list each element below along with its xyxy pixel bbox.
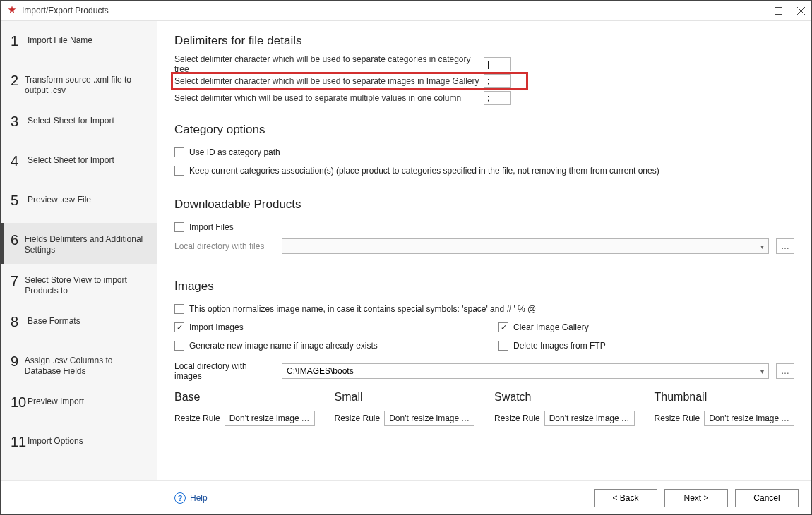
- normalize-label: This option normalizes image name, in ca…: [189, 304, 536, 314]
- close-icon[interactable]: [796, 6, 806, 16]
- images-heading: Images: [174, 279, 794, 293]
- wizard-step-4[interactable]: 4Select Sheet for Import: [1, 144, 157, 183]
- images-dir-input[interactable]: [282, 364, 756, 378]
- wizard-step-6[interactable]: 6Fields Delimiters and Additional Settin…: [1, 223, 157, 264]
- step-label: Preview Import: [28, 394, 84, 407]
- step-number: 7: [11, 272, 25, 288]
- wizard-step-2[interactable]: 2Transform source .xml file to output .c…: [1, 63, 157, 104]
- resize-rule-small-combo[interactable]: Don't resize image …: [384, 411, 474, 426]
- step-number: 2: [11, 72, 25, 87]
- wizard-footer: ? Help < Back Next > Cancel: [1, 480, 811, 514]
- delete-ftp-label: Delete Images from FTP: [513, 341, 606, 351]
- resize-label: Resize Rule: [174, 413, 220, 423]
- delimiter-label: Select delimiter which will be used to s…: [174, 93, 484, 103]
- wizard-step-5[interactable]: 5Preview .csv File: [1, 183, 157, 223]
- delete-ftp-row: Delete Images from FTP: [498, 339, 794, 353]
- browse-images-dir-button[interactable]: …: [776, 363, 794, 379]
- resize-rule-value: Don't resize image: [229, 413, 299, 423]
- gen-new-name-row: Generate new image name if image already…: [174, 339, 470, 353]
- step-label: Import Options: [28, 433, 83, 447]
- app-icon: [6, 5, 18, 16]
- back-button[interactable]: < Back: [594, 489, 657, 507]
- wizard-step-9[interactable]: 9Assign .csv Columns to Database Fields: [1, 344, 157, 385]
- keep-categories-label: Keep current categories association(s) (…: [189, 166, 659, 176]
- chevron-down-icon[interactable]: ▾: [756, 364, 768, 378]
- resize-col-swatch: Swatch Resize Rule Don't resize image …: [494, 391, 635, 426]
- download-dir-row: Local directory with files ▾ …: [174, 238, 794, 254]
- step-number: 4: [11, 152, 28, 168]
- resize-label: Resize Rule: [335, 413, 381, 423]
- step-label: Base Formats: [28, 313, 80, 327]
- resize-title-thumbnail: Thumbnail: [655, 391, 795, 404]
- delimiter-row-category-tree: Select delimiter character which will be…: [174, 56, 794, 72]
- svg-rect-0: [775, 7, 782, 14]
- cancel-button[interactable]: Cancel: [735, 489, 799, 507]
- import-files-checkbox[interactable]: [174, 222, 184, 232]
- category-options-heading: Category options: [174, 123, 794, 137]
- step-number: 5: [11, 192, 28, 207]
- step-number: 6: [11, 231, 25, 247]
- wizard-step-1[interactable]: 1Import File Name: [1, 24, 157, 63]
- maximize-icon[interactable]: [773, 6, 783, 16]
- step-number: 1: [11, 32, 28, 48]
- resize-rule-swatch-combo[interactable]: Don't resize image …: [544, 411, 635, 426]
- images-dir-label: Local directory with images: [174, 361, 275, 381]
- resize-col-thumbnail: Thumbnail Resize Rule Don't resize image…: [655, 391, 795, 426]
- resize-title-swatch: Swatch: [494, 391, 635, 404]
- step-label: Assign .csv Columns to Database Fields: [25, 353, 150, 377]
- resize-label: Resize Rule: [655, 413, 700, 423]
- resize-rule-value: Don't resize image: [549, 413, 619, 423]
- step-label: Select Sheet for Import: [28, 113, 114, 126]
- import-images-row: Import Images: [174, 320, 470, 334]
- step-number: 8: [11, 313, 28, 329]
- step-label: Select Sheet for Import: [28, 152, 114, 166]
- downloadable-heading: Downloadable Products: [174, 198, 794, 212]
- next-button[interactable]: Next >: [664, 489, 728, 507]
- wizard-step-8[interactable]: 8Base Formats: [1, 305, 157, 344]
- ellipsis-icon: …: [620, 413, 631, 423]
- ellipsis-icon: …: [300, 413, 311, 423]
- browse-download-dir-button[interactable]: …: [776, 238, 794, 254]
- delimiter-input-image-gallery[interactable]: [484, 74, 511, 88]
- ellipsis-icon: …: [460, 413, 471, 423]
- step-number: 3: [11, 113, 28, 128]
- resize-rule-value: Don't resize image: [709, 413, 779, 423]
- keep-categories-row: Keep current categories association(s) (…: [174, 164, 794, 178]
- wizard-step-7[interactable]: 7Select Store View to import Products to: [1, 264, 157, 305]
- step-label: Select Store View to import Products to: [25, 272, 150, 296]
- wizard-step-3[interactable]: 3Select Sheet for Import: [1, 104, 157, 144]
- delimiter-input-multi-value[interactable]: [484, 91, 511, 105]
- use-id-checkbox[interactable]: [174, 147, 184, 157]
- wizard-step-11[interactable]: 11Import Options: [1, 425, 157, 464]
- gen-new-name-checkbox[interactable]: [174, 341, 184, 351]
- delete-ftp-checkbox[interactable]: [498, 341, 508, 351]
- resize-rule-thumbnail-combo[interactable]: Don't resize image …: [704, 411, 794, 426]
- chevron-down-icon[interactable]: ▾: [756, 239, 768, 253]
- delimiter-label: Select delimiter character which will be…: [174, 54, 484, 74]
- help-icon: ?: [174, 492, 186, 504]
- wizard-steps-sidebar: 1Import File Name2Transform source .xml …: [1, 21, 157, 480]
- clear-gallery-checkbox[interactable]: [498, 322, 508, 332]
- download-dir-label: Local directory with files: [174, 241, 275, 251]
- ellipsis-icon: …: [780, 413, 791, 423]
- import-images-label: Import Images: [189, 322, 244, 332]
- download-dir-input-wrap: ▾: [282, 238, 769, 254]
- step-number: 10: [11, 394, 28, 409]
- delimiter-input-category-tree[interactable]: [484, 57, 511, 71]
- import-images-checkbox[interactable]: [174, 322, 184, 332]
- step-label: Fields Delimiters and Additional Setting…: [25, 231, 150, 255]
- help-label: Help: [190, 493, 208, 503]
- resize-rule-base-combo[interactable]: Don't resize image …: [225, 411, 315, 426]
- delimiter-row-multi-value: Select delimiter which will be used to s…: [174, 90, 794, 106]
- step-number: 9: [11, 353, 25, 368]
- clear-gallery-row: Clear Image Gallery: [498, 320, 794, 334]
- normalize-checkbox[interactable]: [174, 304, 184, 314]
- use-id-as-category-path-row: Use ID as category path: [174, 145, 794, 159]
- import-files-row: Import Files: [174, 220, 794, 234]
- wizard-step-10[interactable]: 10Preview Import: [1, 385, 157, 425]
- keep-categories-checkbox[interactable]: [174, 166, 184, 176]
- resize-title-base: Base: [174, 391, 315, 404]
- delimiter-label: Select delimiter character which will be…: [174, 76, 484, 86]
- help-link[interactable]: ? Help: [174, 492, 208, 504]
- step-label: Preview .csv File: [28, 192, 91, 205]
